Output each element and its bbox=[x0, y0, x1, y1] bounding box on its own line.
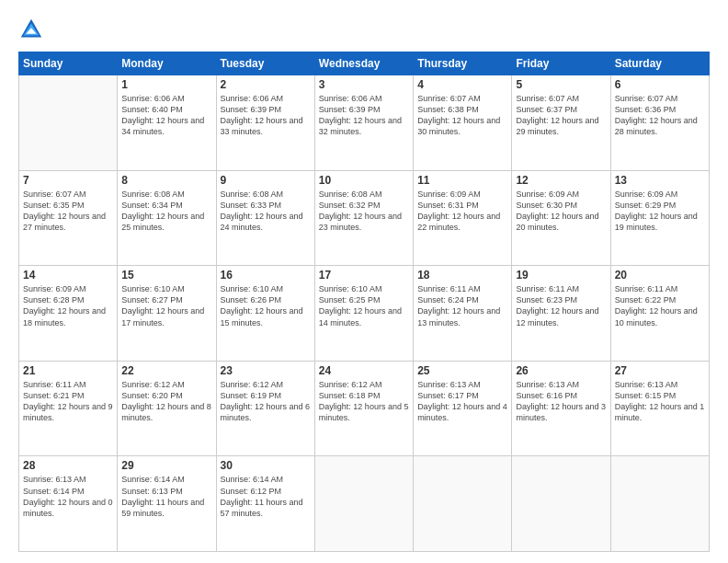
week-row-3: 14Sunrise: 6:09 AM Sunset: 6:28 PM Dayli… bbox=[19, 266, 710, 362]
day-number: 6 bbox=[615, 78, 705, 91]
calendar-cell: 18Sunrise: 6:11 AM Sunset: 6:24 PM Dayli… bbox=[414, 266, 512, 362]
calendar-cell: 21Sunrise: 6:11 AM Sunset: 6:21 PM Dayli… bbox=[19, 361, 118, 456]
day-number: 28 bbox=[23, 459, 113, 472]
calendar-cell: 2Sunrise: 6:06 AM Sunset: 6:39 PM Daylig… bbox=[216, 75, 314, 171]
week-row-1: 1Sunrise: 6:06 AM Sunset: 6:40 PM Daylig… bbox=[19, 75, 710, 171]
day-info: Sunrise: 6:13 AM Sunset: 6:17 PM Dayligh… bbox=[417, 379, 507, 424]
logo bbox=[18, 17, 48, 42]
day-number: 11 bbox=[417, 174, 507, 187]
calendar-cell: 16Sunrise: 6:10 AM Sunset: 6:26 PM Dayli… bbox=[216, 266, 314, 362]
day-number: 26 bbox=[516, 364, 606, 377]
calendar-cell: 14Sunrise: 6:09 AM Sunset: 6:28 PM Dayli… bbox=[19, 266, 118, 362]
day-number: 24 bbox=[319, 364, 409, 377]
calendar-cell: 24Sunrise: 6:12 AM Sunset: 6:18 PM Dayli… bbox=[314, 361, 413, 456]
calendar-cell: 4Sunrise: 6:07 AM Sunset: 6:38 PM Daylig… bbox=[414, 75, 512, 171]
day-info: Sunrise: 6:07 AM Sunset: 6:36 PM Dayligh… bbox=[615, 93, 705, 138]
day-info: Sunrise: 6:07 AM Sunset: 6:35 PM Dayligh… bbox=[23, 189, 113, 234]
day-info: Sunrise: 6:08 AM Sunset: 6:33 PM Dayligh… bbox=[221, 189, 311, 234]
weekday-header-sunday: Sunday bbox=[19, 52, 118, 75]
day-number: 19 bbox=[516, 269, 606, 282]
day-info: Sunrise: 6:10 AM Sunset: 6:25 PM Dayligh… bbox=[319, 283, 409, 328]
calendar-cell: 30Sunrise: 6:14 AM Sunset: 6:12 PM Dayli… bbox=[216, 456, 314, 552]
calendar-cell bbox=[512, 456, 610, 552]
day-number: 18 bbox=[417, 269, 507, 282]
day-number: 15 bbox=[121, 269, 211, 282]
day-info: Sunrise: 6:09 AM Sunset: 6:31 PM Dayligh… bbox=[417, 189, 507, 234]
calendar-cell: 1Sunrise: 6:06 AM Sunset: 6:40 PM Daylig… bbox=[118, 75, 216, 171]
day-number: 22 bbox=[121, 364, 211, 377]
calendar-cell bbox=[314, 456, 413, 552]
day-number: 13 bbox=[615, 174, 705, 187]
header bbox=[18, 17, 710, 42]
calendar-cell: 9Sunrise: 6:08 AM Sunset: 6:33 PM Daylig… bbox=[216, 170, 314, 266]
calendar-cell: 12Sunrise: 6:09 AM Sunset: 6:30 PM Dayli… bbox=[512, 170, 610, 266]
day-number: 3 bbox=[319, 78, 409, 91]
day-info: Sunrise: 6:09 AM Sunset: 6:30 PM Dayligh… bbox=[516, 189, 606, 234]
day-number: 9 bbox=[221, 174, 311, 187]
logo-icon bbox=[18, 17, 44, 42]
day-info: Sunrise: 6:07 AM Sunset: 6:38 PM Dayligh… bbox=[417, 93, 507, 138]
day-info: Sunrise: 6:09 AM Sunset: 6:29 PM Dayligh… bbox=[615, 189, 705, 234]
calendar-cell: 20Sunrise: 6:11 AM Sunset: 6:22 PM Dayli… bbox=[610, 266, 709, 362]
calendar-cell: 22Sunrise: 6:12 AM Sunset: 6:20 PM Dayli… bbox=[118, 361, 216, 456]
day-info: Sunrise: 6:13 AM Sunset: 6:15 PM Dayligh… bbox=[615, 379, 705, 424]
calendar-cell: 10Sunrise: 6:08 AM Sunset: 6:32 PM Dayli… bbox=[314, 170, 413, 266]
day-number: 27 bbox=[615, 364, 705, 377]
day-info: Sunrise: 6:10 AM Sunset: 6:27 PM Dayligh… bbox=[121, 283, 211, 328]
calendar-cell: 17Sunrise: 6:10 AM Sunset: 6:25 PM Dayli… bbox=[314, 266, 413, 362]
day-number: 8 bbox=[121, 174, 211, 187]
calendar-cell: 6Sunrise: 6:07 AM Sunset: 6:36 PM Daylig… bbox=[610, 75, 709, 171]
day-info: Sunrise: 6:06 AM Sunset: 6:40 PM Dayligh… bbox=[121, 93, 211, 138]
calendar-cell: 13Sunrise: 6:09 AM Sunset: 6:29 PM Dayli… bbox=[610, 170, 709, 266]
calendar-cell: 15Sunrise: 6:10 AM Sunset: 6:27 PM Dayli… bbox=[118, 266, 216, 362]
week-row-5: 28Sunrise: 6:13 AM Sunset: 6:14 PM Dayli… bbox=[19, 456, 710, 552]
weekday-header-wednesday: Wednesday bbox=[314, 52, 413, 75]
calendar-cell: 27Sunrise: 6:13 AM Sunset: 6:15 PM Dayli… bbox=[610, 361, 709, 456]
weekday-header-saturday: Saturday bbox=[610, 52, 709, 75]
day-number: 7 bbox=[23, 174, 113, 187]
calendar-cell bbox=[19, 75, 118, 171]
page: SundayMondayTuesdayWednesdayThursdayFrid… bbox=[0, 0, 728, 563]
week-row-4: 21Sunrise: 6:11 AM Sunset: 6:21 PM Dayli… bbox=[19, 361, 710, 456]
day-number: 10 bbox=[319, 174, 409, 187]
day-number: 20 bbox=[615, 269, 705, 282]
weekday-header-friday: Friday bbox=[512, 52, 610, 75]
day-info: Sunrise: 6:06 AM Sunset: 6:39 PM Dayligh… bbox=[221, 93, 311, 138]
day-info: Sunrise: 6:12 AM Sunset: 6:18 PM Dayligh… bbox=[319, 379, 409, 424]
day-info: Sunrise: 6:14 AM Sunset: 6:13 PM Dayligh… bbox=[121, 474, 211, 519]
week-row-2: 7Sunrise: 6:07 AM Sunset: 6:35 PM Daylig… bbox=[19, 170, 710, 266]
day-number: 5 bbox=[516, 78, 606, 91]
day-info: Sunrise: 6:13 AM Sunset: 6:14 PM Dayligh… bbox=[23, 474, 113, 519]
calendar-cell: 25Sunrise: 6:13 AM Sunset: 6:17 PM Dayli… bbox=[414, 361, 512, 456]
calendar-cell bbox=[414, 456, 512, 552]
day-number: 17 bbox=[319, 269, 409, 282]
day-number: 14 bbox=[23, 269, 113, 282]
calendar-table: SundayMondayTuesdayWednesdayThursdayFrid… bbox=[18, 52, 710, 552]
day-number: 16 bbox=[221, 269, 311, 282]
day-info: Sunrise: 6:12 AM Sunset: 6:20 PM Dayligh… bbox=[121, 379, 211, 424]
day-number: 29 bbox=[121, 459, 211, 472]
day-info: Sunrise: 6:11 AM Sunset: 6:22 PM Dayligh… bbox=[615, 283, 705, 328]
day-info: Sunrise: 6:08 AM Sunset: 6:32 PM Dayligh… bbox=[319, 189, 409, 234]
calendar-cell: 29Sunrise: 6:14 AM Sunset: 6:13 PM Dayli… bbox=[118, 456, 216, 552]
calendar-cell bbox=[610, 456, 709, 552]
day-number: 4 bbox=[417, 78, 507, 91]
day-info: Sunrise: 6:10 AM Sunset: 6:26 PM Dayligh… bbox=[221, 283, 311, 328]
day-info: Sunrise: 6:09 AM Sunset: 6:28 PM Dayligh… bbox=[23, 283, 113, 328]
weekday-header-row: SundayMondayTuesdayWednesdayThursdayFrid… bbox=[19, 52, 710, 75]
calendar-cell: 28Sunrise: 6:13 AM Sunset: 6:14 PM Dayli… bbox=[19, 456, 118, 552]
calendar-cell: 23Sunrise: 6:12 AM Sunset: 6:19 PM Dayli… bbox=[216, 361, 314, 456]
calendar-cell: 19Sunrise: 6:11 AM Sunset: 6:23 PM Dayli… bbox=[512, 266, 610, 362]
day-number: 21 bbox=[23, 364, 113, 377]
day-number: 1 bbox=[121, 78, 211, 91]
day-number: 12 bbox=[516, 174, 606, 187]
day-number: 25 bbox=[417, 364, 507, 377]
calendar-cell: 3Sunrise: 6:06 AM Sunset: 6:39 PM Daylig… bbox=[314, 75, 413, 171]
calendar-cell: 11Sunrise: 6:09 AM Sunset: 6:31 PM Dayli… bbox=[414, 170, 512, 266]
weekday-header-thursday: Thursday bbox=[414, 52, 512, 75]
day-info: Sunrise: 6:14 AM Sunset: 6:12 PM Dayligh… bbox=[221, 474, 311, 519]
day-info: Sunrise: 6:11 AM Sunset: 6:21 PM Dayligh… bbox=[23, 379, 113, 424]
day-info: Sunrise: 6:06 AM Sunset: 6:39 PM Dayligh… bbox=[319, 93, 409, 138]
day-number: 30 bbox=[221, 459, 311, 472]
day-number: 2 bbox=[221, 78, 311, 91]
